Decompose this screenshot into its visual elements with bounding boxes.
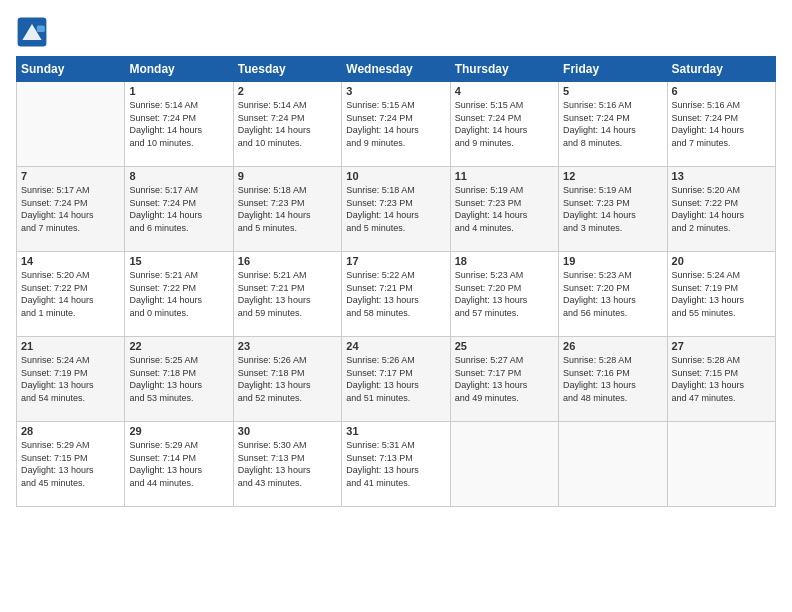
calendar-cell: 1Sunrise: 5:14 AM Sunset: 7:24 PM Daylig…	[125, 82, 233, 167]
calendar-table: Sunday Monday Tuesday Wednesday Thursday…	[16, 56, 776, 507]
calendar-cell: 11Sunrise: 5:19 AM Sunset: 7:23 PM Dayli…	[450, 167, 558, 252]
day-info: Sunrise: 5:24 AM Sunset: 7:19 PM Dayligh…	[21, 354, 120, 404]
header	[16, 16, 776, 48]
calendar-cell: 14Sunrise: 5:20 AM Sunset: 7:22 PM Dayli…	[17, 252, 125, 337]
day-number: 30	[238, 425, 337, 437]
day-info: Sunrise: 5:14 AM Sunset: 7:24 PM Dayligh…	[129, 99, 228, 149]
day-number: 19	[563, 255, 662, 267]
day-info: Sunrise: 5:28 AM Sunset: 7:15 PM Dayligh…	[672, 354, 771, 404]
day-info: Sunrise: 5:19 AM Sunset: 7:23 PM Dayligh…	[455, 184, 554, 234]
day-number: 8	[129, 170, 228, 182]
col-thursday: Thursday	[450, 57, 558, 82]
calendar-cell: 10Sunrise: 5:18 AM Sunset: 7:23 PM Dayli…	[342, 167, 450, 252]
col-saturday: Saturday	[667, 57, 775, 82]
calendar-cell: 7Sunrise: 5:17 AM Sunset: 7:24 PM Daylig…	[17, 167, 125, 252]
day-number: 27	[672, 340, 771, 352]
calendar-week-row: 7Sunrise: 5:17 AM Sunset: 7:24 PM Daylig…	[17, 167, 776, 252]
day-number: 28	[21, 425, 120, 437]
calendar-cell: 25Sunrise: 5:27 AM Sunset: 7:17 PM Dayli…	[450, 337, 558, 422]
day-info: Sunrise: 5:25 AM Sunset: 7:18 PM Dayligh…	[129, 354, 228, 404]
day-number: 9	[238, 170, 337, 182]
day-number: 7	[21, 170, 120, 182]
calendar-cell: 27Sunrise: 5:28 AM Sunset: 7:15 PM Dayli…	[667, 337, 775, 422]
calendar-cell: 26Sunrise: 5:28 AM Sunset: 7:16 PM Dayli…	[559, 337, 667, 422]
col-wednesday: Wednesday	[342, 57, 450, 82]
day-info: Sunrise: 5:26 AM Sunset: 7:17 PM Dayligh…	[346, 354, 445, 404]
svg-rect-2	[37, 26, 45, 32]
day-number: 15	[129, 255, 228, 267]
day-number: 17	[346, 255, 445, 267]
day-info: Sunrise: 5:29 AM Sunset: 7:15 PM Dayligh…	[21, 439, 120, 489]
calendar-cell: 3Sunrise: 5:15 AM Sunset: 7:24 PM Daylig…	[342, 82, 450, 167]
day-number: 18	[455, 255, 554, 267]
day-info: Sunrise: 5:30 AM Sunset: 7:13 PM Dayligh…	[238, 439, 337, 489]
day-info: Sunrise: 5:24 AM Sunset: 7:19 PM Dayligh…	[672, 269, 771, 319]
calendar-week-row: 21Sunrise: 5:24 AM Sunset: 7:19 PM Dayli…	[17, 337, 776, 422]
calendar-cell: 16Sunrise: 5:21 AM Sunset: 7:21 PM Dayli…	[233, 252, 341, 337]
calendar-cell	[667, 422, 775, 507]
calendar-cell: 8Sunrise: 5:17 AM Sunset: 7:24 PM Daylig…	[125, 167, 233, 252]
day-info: Sunrise: 5:18 AM Sunset: 7:23 PM Dayligh…	[346, 184, 445, 234]
day-info: Sunrise: 5:17 AM Sunset: 7:24 PM Dayligh…	[21, 184, 120, 234]
calendar-cell: 22Sunrise: 5:25 AM Sunset: 7:18 PM Dayli…	[125, 337, 233, 422]
calendar-cell: 5Sunrise: 5:16 AM Sunset: 7:24 PM Daylig…	[559, 82, 667, 167]
day-number: 31	[346, 425, 445, 437]
day-number: 23	[238, 340, 337, 352]
day-info: Sunrise: 5:21 AM Sunset: 7:22 PM Dayligh…	[129, 269, 228, 319]
day-info: Sunrise: 5:20 AM Sunset: 7:22 PM Dayligh…	[672, 184, 771, 234]
day-info: Sunrise: 5:29 AM Sunset: 7:14 PM Dayligh…	[129, 439, 228, 489]
calendar-cell: 12Sunrise: 5:19 AM Sunset: 7:23 PM Dayli…	[559, 167, 667, 252]
day-info: Sunrise: 5:21 AM Sunset: 7:21 PM Dayligh…	[238, 269, 337, 319]
day-info: Sunrise: 5:16 AM Sunset: 7:24 PM Dayligh…	[563, 99, 662, 149]
calendar-week-row: 28Sunrise: 5:29 AM Sunset: 7:15 PM Dayli…	[17, 422, 776, 507]
day-number: 11	[455, 170, 554, 182]
calendar-cell: 13Sunrise: 5:20 AM Sunset: 7:22 PM Dayli…	[667, 167, 775, 252]
day-info: Sunrise: 5:26 AM Sunset: 7:18 PM Dayligh…	[238, 354, 337, 404]
day-number: 1	[129, 85, 228, 97]
calendar-cell	[17, 82, 125, 167]
day-number: 13	[672, 170, 771, 182]
calendar-cell: 23Sunrise: 5:26 AM Sunset: 7:18 PM Dayli…	[233, 337, 341, 422]
calendar-cell	[450, 422, 558, 507]
calendar-cell: 21Sunrise: 5:24 AM Sunset: 7:19 PM Dayli…	[17, 337, 125, 422]
day-info: Sunrise: 5:23 AM Sunset: 7:20 PM Dayligh…	[563, 269, 662, 319]
col-monday: Monday	[125, 57, 233, 82]
day-info: Sunrise: 5:17 AM Sunset: 7:24 PM Dayligh…	[129, 184, 228, 234]
calendar-cell: 18Sunrise: 5:23 AM Sunset: 7:20 PM Dayli…	[450, 252, 558, 337]
day-number: 4	[455, 85, 554, 97]
calendar-cell: 29Sunrise: 5:29 AM Sunset: 7:14 PM Dayli…	[125, 422, 233, 507]
day-info: Sunrise: 5:18 AM Sunset: 7:23 PM Dayligh…	[238, 184, 337, 234]
day-info: Sunrise: 5:14 AM Sunset: 7:24 PM Dayligh…	[238, 99, 337, 149]
col-sunday: Sunday	[17, 57, 125, 82]
day-number: 24	[346, 340, 445, 352]
calendar-week-row: 1Sunrise: 5:14 AM Sunset: 7:24 PM Daylig…	[17, 82, 776, 167]
calendar-cell: 9Sunrise: 5:18 AM Sunset: 7:23 PM Daylig…	[233, 167, 341, 252]
day-number: 10	[346, 170, 445, 182]
day-info: Sunrise: 5:19 AM Sunset: 7:23 PM Dayligh…	[563, 184, 662, 234]
day-number: 16	[238, 255, 337, 267]
day-number: 29	[129, 425, 228, 437]
calendar-cell: 15Sunrise: 5:21 AM Sunset: 7:22 PM Dayli…	[125, 252, 233, 337]
calendar-cell: 6Sunrise: 5:16 AM Sunset: 7:24 PM Daylig…	[667, 82, 775, 167]
logo-icon	[16, 16, 48, 48]
col-friday: Friday	[559, 57, 667, 82]
calendar-cell	[559, 422, 667, 507]
page-container: Sunday Monday Tuesday Wednesday Thursday…	[0, 0, 792, 517]
day-number: 25	[455, 340, 554, 352]
day-number: 14	[21, 255, 120, 267]
calendar-cell: 4Sunrise: 5:15 AM Sunset: 7:24 PM Daylig…	[450, 82, 558, 167]
calendar-cell: 19Sunrise: 5:23 AM Sunset: 7:20 PM Dayli…	[559, 252, 667, 337]
logo	[16, 16, 52, 48]
day-info: Sunrise: 5:20 AM Sunset: 7:22 PM Dayligh…	[21, 269, 120, 319]
day-number: 20	[672, 255, 771, 267]
col-tuesday: Tuesday	[233, 57, 341, 82]
calendar-week-row: 14Sunrise: 5:20 AM Sunset: 7:22 PM Dayli…	[17, 252, 776, 337]
day-info: Sunrise: 5:27 AM Sunset: 7:17 PM Dayligh…	[455, 354, 554, 404]
day-info: Sunrise: 5:31 AM Sunset: 7:13 PM Dayligh…	[346, 439, 445, 489]
day-number: 21	[21, 340, 120, 352]
day-number: 2	[238, 85, 337, 97]
calendar-cell: 28Sunrise: 5:29 AM Sunset: 7:15 PM Dayli…	[17, 422, 125, 507]
calendar-header-row: Sunday Monday Tuesday Wednesday Thursday…	[17, 57, 776, 82]
calendar-cell: 24Sunrise: 5:26 AM Sunset: 7:17 PM Dayli…	[342, 337, 450, 422]
calendar-cell: 17Sunrise: 5:22 AM Sunset: 7:21 PM Dayli…	[342, 252, 450, 337]
